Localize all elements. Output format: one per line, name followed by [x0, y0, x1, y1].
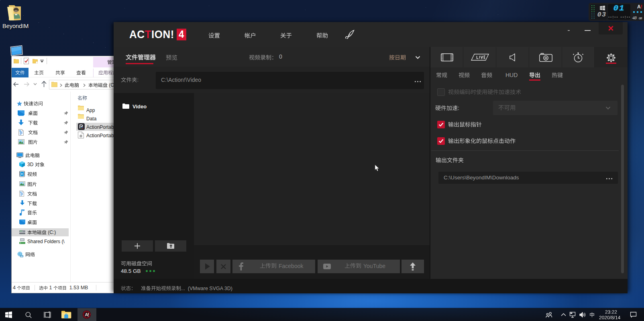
svg-text:A: A: [85, 312, 88, 317]
